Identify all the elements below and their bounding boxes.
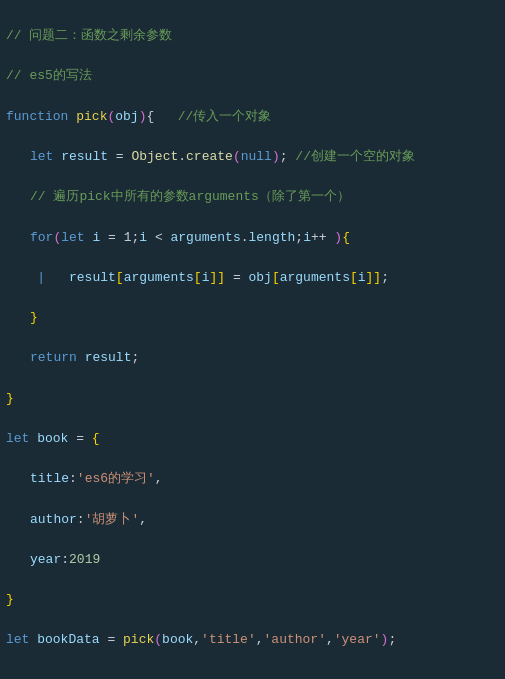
- line-13: author:'胡萝卜',: [6, 510, 499, 530]
- line-4: let result = Object.create(null); //创建一个…: [6, 147, 499, 167]
- line-6: for(let i = 1;i < arguments.length;i++ )…: [6, 228, 499, 248]
- line-8: }: [6, 308, 499, 328]
- line-14: year:2019: [6, 550, 499, 570]
- code-container: // 问题二：函数之剩余参数 // es5的写法 function pick(o…: [0, 0, 505, 679]
- line-1: // 问题二：函数之剩余参数: [6, 26, 499, 46]
- line-blank1: [6, 671, 499, 679]
- comment: // es5的写法: [6, 68, 92, 83]
- line-2: // es5的写法: [6, 66, 499, 86]
- line-11: let book = {: [6, 429, 499, 449]
- line-10: }: [6, 389, 499, 409]
- fn-name: pick: [76, 109, 107, 124]
- keyword: function: [6, 109, 68, 124]
- line-3: function pick(obj){ //传入一个对象: [6, 107, 499, 127]
- line-16: let bookData = pick(book,'title','author…: [6, 630, 499, 650]
- line-15: }: [6, 590, 499, 610]
- comment: // 问题二：函数之剩余参数: [6, 28, 172, 43]
- line-5: // 遍历pick中所有的参数arguments（除了第一个）: [6, 187, 499, 207]
- line-9: return result;: [6, 348, 499, 368]
- code-block: // 问题二：函数之剩余参数 // es5的写法 function pick(o…: [0, 0, 505, 679]
- line-12: title:'es6的学习',: [6, 469, 499, 489]
- line-7: |result[arguments[i]] = obj[arguments[i]…: [6, 268, 499, 288]
